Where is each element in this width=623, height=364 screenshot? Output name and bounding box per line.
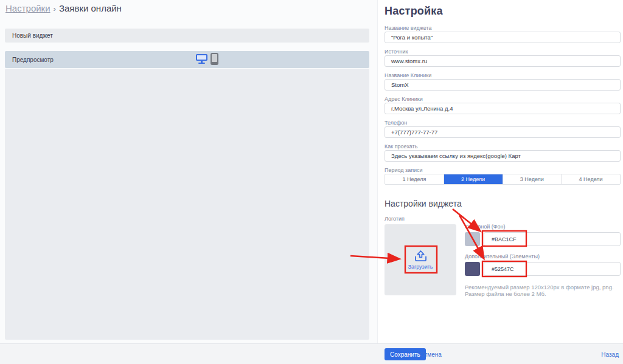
period-option-3[interactable]: 3 Недели [503,174,562,184]
primary-color-input[interactable] [484,232,621,246]
upload-icon [414,250,428,262]
clinic-name-label: Название Клиники [385,72,431,78]
desktop-preview-icon[interactable] [196,54,207,64]
period-segmented-control: 1 Неделя 2 Недели 3 Недели 4 Недели [385,174,621,185]
upload-button-label: Загрузить [408,264,433,270]
logo-hint-line-2: Размер файла не более 2 Мб. [465,290,546,298]
cancel-link[interactable]: Отмена [420,351,442,358]
widget-name-input[interactable] [385,32,621,43]
panel-title: Настройка [385,5,443,18]
clinic-address-input[interactable] [385,103,621,114]
back-link[interactable]: Назад [601,351,619,358]
phone-screen [212,54,217,62]
logo-label: Логотип [385,216,405,222]
period-option-4[interactable]: 4 Недели [562,174,620,184]
source-input[interactable] [385,55,621,67]
new-widget-label: Новый виджет [12,32,53,39]
widget-name-label: Название виджета [385,25,432,31]
preview-label: Предпросмотр [12,57,54,63]
monitor-screen [196,54,207,61]
clinic-name-input[interactable] [385,79,621,91]
mobile-preview-icon[interactable] [211,53,218,65]
directions-label: Как проехать [385,143,417,149]
secondary-color-swatch[interactable] [465,262,480,276]
preview-header: Предпросмотр [5,51,369,68]
breadcrumb-current: Заявки онлайн [59,3,122,13]
new-widget-header[interactable]: Новый виджет [5,29,369,43]
period-option-2[interactable]: 2 Недели [444,174,503,184]
clinic-address-label: Адрес Клиники [385,96,423,102]
widget-preview-area [5,69,369,340]
breadcrumb: Настройки›Заявки онлайн [5,3,122,13]
logo-upload-area[interactable]: Загрузить [385,224,456,295]
breadcrumb-link-settings[interactable]: Настройки [5,3,50,13]
primary-color-swatch[interactable] [465,232,480,246]
secondary-color-label: Дополнительный (Элементы) [465,253,540,259]
directions-input[interactable] [385,150,621,162]
breadcrumb-separator: › [54,4,56,13]
period-label: Период записи [385,167,423,173]
upload-button[interactable]: Загрузить [408,250,433,270]
period-option-1[interactable]: 1 Неделя [385,174,444,184]
primary-color-label: Основной (Фон) [465,224,506,230]
widget-settings-title: Настройки виджета [385,199,462,208]
footer-bar [0,343,623,364]
phone-label: Телефон [385,120,407,126]
secondary-color-input[interactable] [484,262,621,276]
phone-input[interactable] [385,126,621,138]
source-label: Источник [385,49,408,55]
